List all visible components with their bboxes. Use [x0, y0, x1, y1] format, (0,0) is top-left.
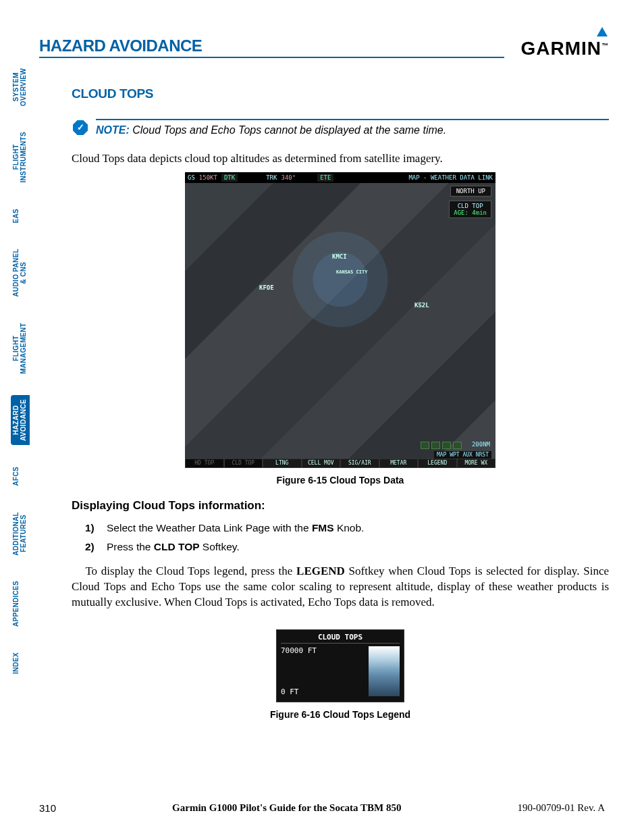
footer-doc-title: Garmin G1000 Pilot's Guide for the Socat… [172, 802, 401, 814]
logo-text: GARMIN [520, 38, 609, 59]
map-waypoint-k52l: K52L [414, 302, 429, 309]
softkey-hd-top[interactable]: HD TOP [185, 459, 224, 468]
mfd-trk-value: 340° [281, 174, 296, 181]
mfd-scale: 200NM [472, 441, 490, 448]
tab-flight-instruments[interactable]: FLIGHT INSTRUMENTS [11, 128, 30, 187]
step-number-2: 2) [85, 541, 97, 553]
legend-max-label: 70000 FT [281, 646, 317, 655]
tab-appendices[interactable]: APPENDICES [11, 577, 30, 631]
map-waypoint-kfoe: KFOE [259, 284, 274, 291]
softkey-legend[interactable]: LEGEND [418, 459, 457, 468]
procedure-step-2: 2) Press the CLD TOP Softkey. [85, 541, 609, 553]
map-label-kansas-city: KANSAS CITY [336, 269, 367, 275]
softkey-ltng[interactable]: LTNG [263, 459, 302, 468]
mfd-screenshot: GS 150KT DTK TRK 340° ETE MAP - WEATHER … [185, 172, 495, 468]
mfd-gs-label: GS [188, 174, 195, 181]
mfd-nav-bar: MAP WPT AUX NRST [434, 451, 491, 459]
intro-paragraph: Cloud Tops data depicts cloud top altitu… [72, 151, 609, 167]
footer-doc-rev: 190-00709-01 Rev. A [518, 802, 605, 814]
softkey-metar[interactable]: METAR [379, 459, 419, 468]
figure-6-16-caption: Figure 6-16 Cloud Tops Legend [270, 709, 410, 720]
tab-afcs[interactable]: AFCS [11, 463, 30, 490]
mfd-dtk-label: DTK [221, 174, 238, 182]
mfd-ete-label: ETE [317, 174, 333, 182]
procedure-heading: Displaying Cloud Tops information: [72, 499, 609, 513]
tab-audio-panel-cns[interactable]: AUDIO PANEL & CNS [11, 244, 30, 301]
tab-additional-features[interactable]: ADDITIONAL FEATURES [11, 508, 30, 560]
mfd-north-up-badge: NORTH UP [450, 186, 491, 197]
mfd-cldtop-age: AGE: 4min [454, 209, 487, 216]
figure-6-15-caption: Figure 6-15 Cloud Tops Data [277, 475, 404, 486]
mfd-cldtop-badge: CLD TOP [454, 203, 487, 209]
mfd-trk-label: TRK [266, 174, 277, 181]
mfd-status-icons [421, 442, 462, 449]
note-icon [72, 119, 89, 136]
section-heading: CLOUD TOPS [72, 86, 609, 101]
garmin-logo: GARMIN [520, 27, 609, 59]
tab-flight-management[interactable]: FLIGHT MANAGEMENT [11, 319, 30, 378]
softkey-sig-air[interactable]: SIG/AIR [340, 459, 379, 468]
tab-hazard-avoidance[interactable]: HAZARD AVOIDANCE [11, 395, 30, 445]
note-body: Cloud Tops and Echo Tops cannot be displ… [132, 124, 446, 136]
note-label: NOTE: [96, 124, 130, 136]
tab-system-overview[interactable]: SYSTEM OVERVIEW [11, 64, 30, 110]
map-waypoint-kmci: KMCI [332, 253, 347, 260]
footer-page-number: 310 [39, 802, 56, 814]
step-number-1: 1) [85, 522, 97, 534]
tab-eas[interactable]: EAS [11, 205, 30, 227]
legend-color-scale [369, 646, 400, 696]
mfd-gs-value: 150KT [199, 174, 217, 181]
softkey-more-wx[interactable]: MORE WX [457, 459, 496, 468]
softkey-cell-mov[interactable]: CELL MOV [302, 459, 341, 468]
body-paragraph-2: To display the Cloud Tops legend, press … [72, 564, 609, 610]
tab-index[interactable]: INDEX [11, 648, 30, 678]
logo-triangle-icon [597, 27, 608, 36]
procedure-step-1: 1) Select the Weather Data Link Page wit… [85, 522, 609, 534]
softkey-cld-top[interactable]: CLD TOP [224, 459, 263, 468]
page-header-title: HAZARD AVOIDANCE [39, 36, 504, 58]
mfd-page-title: MAP - WEATHER DATA LINK [408, 174, 493, 181]
cloud-tops-legend-box: CLOUD TOPS 70000 FT 0 FT [276, 629, 404, 702]
legend-title: CLOUD TOPS [281, 633, 400, 644]
legend-min-label: 0 FT [281, 687, 317, 696]
